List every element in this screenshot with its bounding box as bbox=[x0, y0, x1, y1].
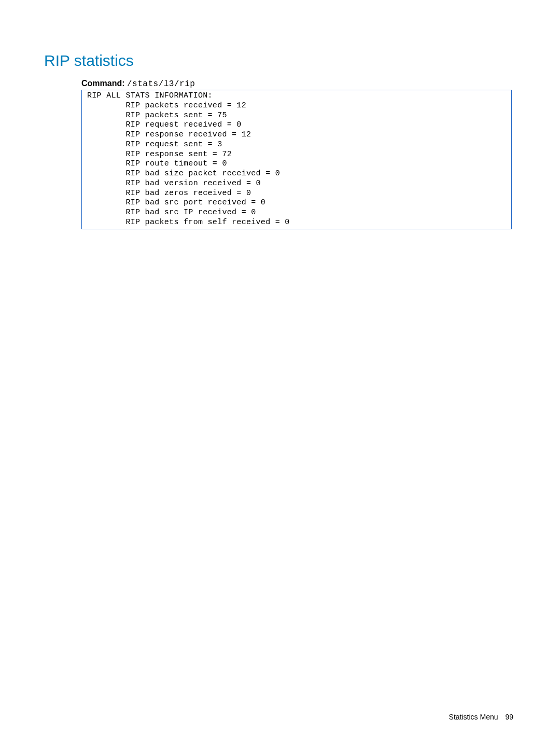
stat-line: RIP bad src IP received = 0 bbox=[87, 208, 506, 218]
page-title: RIP statistics bbox=[44, 52, 513, 70]
stats-container: RIP packets received = 12 RIP packets se… bbox=[87, 101, 506, 228]
stat-line: RIP response sent = 72 bbox=[87, 150, 506, 160]
command-path: /stats/l3/rip bbox=[127, 79, 195, 89]
footer-page-number: 99 bbox=[505, 713, 513, 721]
stat-line: RIP bad size packet received = 0 bbox=[87, 169, 506, 179]
document-page: RIP statistics Command: /stats/l3/rip RI… bbox=[0, 0, 560, 747]
footer-section: Statistics Menu bbox=[449, 713, 498, 721]
stat-line: RIP bad src port received = 0 bbox=[87, 198, 506, 208]
stat-line: RIP route timeout = 0 bbox=[87, 159, 506, 169]
stat-line: RIP request sent = 3 bbox=[87, 140, 506, 150]
stat-line: RIP packets from self received = 0 bbox=[87, 218, 506, 228]
stat-line: RIP packets received = 12 bbox=[87, 101, 506, 111]
output-header: RIP ALL STATS INFORMATION: bbox=[87, 91, 506, 101]
stat-line: RIP packets sent = 75 bbox=[87, 111, 506, 121]
command-path-text: /stats/l3/rip bbox=[127, 79, 195, 89]
command-label: Command: bbox=[81, 79, 125, 88]
page-footer: Statistics Menu 99 bbox=[449, 713, 513, 721]
stat-line: RIP request received = 0 bbox=[87, 120, 506, 130]
stat-line: RIP bad version received = 0 bbox=[87, 179, 506, 189]
command-line: Command: /stats/l3/rip bbox=[81, 79, 513, 89]
stat-line: RIP response received = 12 bbox=[87, 130, 506, 140]
stat-line: RIP bad zeros received = 0 bbox=[87, 189, 506, 199]
output-box: RIP ALL STATS INFORMATION: RIP packets r… bbox=[81, 90, 512, 229]
